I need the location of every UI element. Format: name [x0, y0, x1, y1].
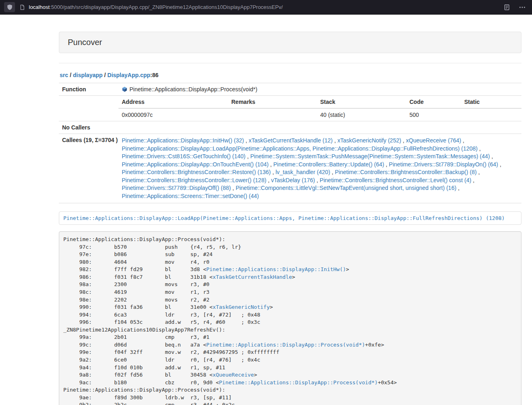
breadcrumb-link[interactable]: src [60, 72, 68, 78]
callee-link[interactable]: vTaskDelay (176) [271, 177, 315, 183]
app-header-panel: Puncover [59, 32, 521, 53]
stats-header-row: AddressRemarksStackCodeStatic [118, 96, 521, 108]
callee-link[interactable]: Pinetime::Applications::DisplayApp::Load… [122, 145, 478, 152]
disassembly-code: Pinetime::Applications::DisplayApp::Proc… [63, 236, 397, 405]
reader-mode-icon[interactable] [504, 4, 510, 11]
disassembly-block: Pinetime::Applications::DisplayApp::Proc… [59, 231, 521, 405]
no-callers-cell [118, 121, 521, 134]
callee-separator: , [266, 177, 271, 183]
function-name-cell: Pinetime::Applications::DisplayApp::Proc… [118, 83, 521, 96]
stats-table: AddressRemarksStackCodeStatic 0x0000097c… [118, 96, 521, 121]
callee-separator: , [384, 161, 389, 168]
callee-link[interactable]: xQueueReceive (764) [406, 137, 461, 144]
page-body: Puncover src / displayapp / DisplayApp.c… [0, 15, 532, 405]
callee-link[interactable]: Pinetime::Controllers::Battery::Update()… [274, 161, 384, 168]
url-bar[interactable]: localhost:5000/path/src/displayapp/Displ… [19, 4, 498, 10]
stats-column-header: Address [118, 96, 228, 108]
callee-link[interactable]: Pinetime::Applications::DisplayApp::OnTo… [122, 161, 269, 168]
callee-separator: , [246, 153, 250, 159]
callee-link[interactable]: Pinetime::Components::LittleVgl::SetNewT… [236, 185, 457, 191]
callee-separator: , [490, 153, 493, 159]
callee-link[interactable]: Pinetime::Drivers::St7789::DisplayOn() (… [389, 161, 498, 168]
callee-link[interactable]: Pinetime::Applications::Screens::Timer::… [122, 193, 259, 199]
code-symbol-link[interactable]: xTaskGenericNotify [213, 304, 270, 310]
stats-column-header: Remarks [228, 96, 317, 108]
stats-row-container: AddressRemarksStackCodeStatic 0x0000097c… [59, 96, 521, 121]
stats-value-cell: 0x0000097c [118, 108, 228, 121]
callees-label: Callees (19, Σ=3704 ) [59, 134, 118, 203]
callee-separator: , [471, 177, 474, 183]
callee-separator: , [457, 185, 460, 191]
page-info-icon [19, 4, 25, 10]
callee-link[interactable]: Pinetime::Drivers::Cst816S::GetTouchInfo… [122, 153, 246, 159]
content-container: Puncover src / displayapp / DisplayApp.c… [59, 32, 521, 405]
breadcrumb-link[interactable]: DisplayApp.cpp [108, 72, 151, 78]
no-callers-label: No Callers [59, 121, 118, 134]
callee-separator: , [315, 177, 320, 183]
breadcrumb-line-number: :86 [150, 72, 158, 78]
code-symbol-link[interactable]: Pinetime::Applications::DisplayApp::Init… [206, 266, 346, 272]
breadcrumb: src / displayapp / DisplayApp.cpp:86 [60, 72, 521, 78]
callee-separator: , [269, 161, 274, 168]
symbol-link[interactable]: Pinetime::Applications::DisplayApp::Load… [63, 215, 505, 221]
callee-separator: , [498, 161, 502, 168]
callee-separator: , [477, 169, 480, 175]
browser-toolbar: localhost:5000/path/src/displayapp/Displ… [0, 0, 532, 15]
stats-row: 0x0000097c40 (static)500 [118, 108, 521, 121]
breadcrumb-separator: / [103, 72, 108, 78]
callee-link[interactable]: Pinetime::Applications::DisplayApp::Init… [122, 137, 244, 144]
callee-link[interactable]: Pinetime::Drivers::St7789::DisplayOff() … [122, 185, 231, 191]
function-row: Function Pinetime::Applications::Display… [59, 83, 521, 96]
callee-link[interactable]: lv_task_handler (420) [276, 169, 330, 175]
callee-separator: , [271, 169, 276, 175]
code-symbol-link[interactable]: xQueueReceive [213, 372, 254, 378]
url-path: :5000/path/src/displayapp/DisplayApp.cpp… [50, 4, 283, 10]
callee-separator: , [330, 169, 335, 175]
stats-value-cell [228, 108, 317, 121]
code-symbol-link[interactable]: xTaskGetCurrentTaskHandle [213, 274, 292, 280]
code-symbol-link[interactable]: Pinetime::Applications::DisplayApp::Proc… [219, 379, 378, 386]
callee-separator: , [333, 137, 338, 144]
callee-link[interactable]: xTaskGenericNotify (252) [337, 137, 401, 144]
stats-value-cell [461, 108, 521, 121]
tracking-protection-button[interactable] [4, 2, 15, 12]
app-title: Puncover [68, 38, 102, 47]
no-callers-row: No Callers [59, 121, 521, 134]
callee-separator: , [244, 137, 249, 144]
stats-table-cell: AddressRemarksStackCodeStatic 0x0000097c… [118, 96, 521, 121]
function-table: Function Pinetime::Applications::Display… [59, 83, 521, 203]
callee-link[interactable]: Pinetime::Controllers::BrightnessControl… [122, 177, 266, 183]
callee-link[interactable]: Pinetime::Controllers::BrightnessControl… [320, 177, 471, 183]
function-row-label: Function [59, 83, 118, 96]
overflow-menu-icon[interactable] [519, 4, 526, 11]
callee-link[interactable]: xTaskGetCurrentTaskHandle (12) [249, 137, 333, 144]
breadcrumb-separator: / [68, 72, 73, 78]
callee-link[interactable]: Pinetime::Controllers::BrightnessControl… [122, 169, 271, 175]
stats-value-cell: 500 [406, 108, 461, 121]
divider [59, 63, 521, 63]
callee-separator: , [401, 137, 406, 144]
shield-icon [6, 4, 13, 11]
stats-value-cell: 40 (static) [317, 108, 406, 121]
callee-link[interactable]: Pinetime::Controllers::BrightnessControl… [335, 169, 476, 175]
url-host: localhost [29, 4, 50, 10]
stats-column-header: Stack [317, 96, 406, 108]
symbol-panel: Pinetime::Applications::DisplayApp::Load… [59, 211, 521, 225]
stats-column-header: Code [406, 96, 461, 108]
function-name: Pinetime::Applications::DisplayApp::Proc… [129, 86, 257, 93]
stats-spacer-cell [59, 96, 118, 121]
callee-separator: , [231, 185, 236, 191]
callee-separator: , [478, 145, 481, 152]
code-symbol-link[interactable]: Pinetime::Applications::DisplayApp::Proc… [206, 342, 365, 348]
callee-link[interactable]: Pinetime::System::SystemTask::PushMessag… [250, 153, 490, 159]
callees-list: Pinetime::Applications::DisplayApp::Init… [118, 134, 521, 203]
function-icon [122, 86, 127, 92]
callee-separator: , [461, 137, 464, 144]
breadcrumb-link[interactable]: displayapp [73, 72, 103, 78]
callees-row: Callees (19, Σ=3704 ) Pinetime::Applicat… [59, 134, 521, 203]
stats-column-header: Static [461, 96, 521, 108]
toolbar-actions [498, 4, 528, 11]
